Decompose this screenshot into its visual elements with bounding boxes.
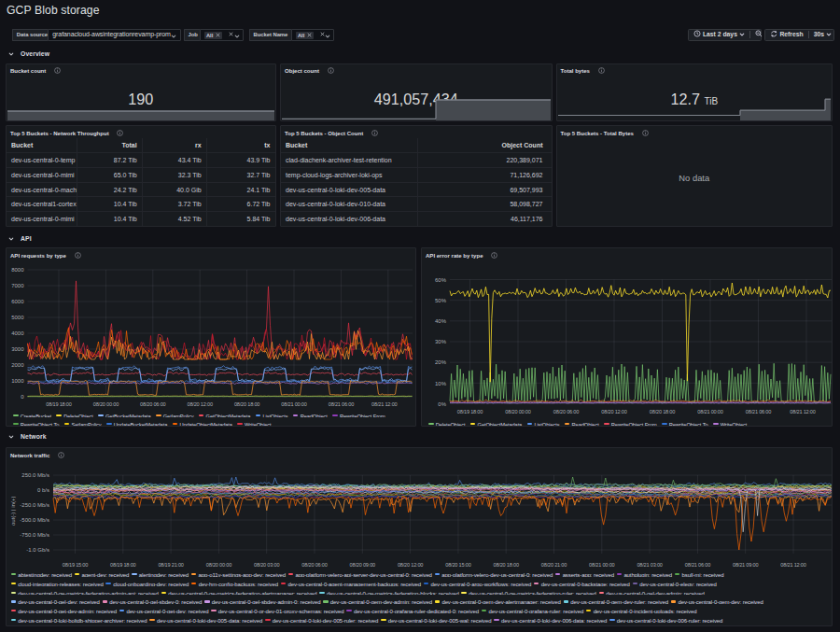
- svg-text:-750.0 Mb/s: -750.0 Mb/s: [20, 532, 49, 538]
- svg-text:8000: 8000: [11, 267, 24, 273]
- svg-text:5000: 5000: [11, 315, 24, 320]
- svg-text:08/20 06:00: 08/20 06:00: [140, 401, 165, 407]
- svg-text:08/19 21:00: 08/19 21:00: [158, 562, 183, 568]
- svg-text:30%: 30%: [435, 339, 447, 344]
- svg-text:4000: 4000: [11, 330, 24, 336]
- svg-text:08/20 12:00: 08/20 12:00: [601, 409, 626, 414]
- svg-text:0: 0: [21, 394, 24, 400]
- svg-text:08/19 18:00: 08/19 18:00: [457, 409, 483, 414]
- svg-text:08/20 06:00: 08/20 06:00: [553, 409, 579, 414]
- svg-text:1000: 1000: [11, 378, 24, 384]
- svg-text:0%: 0%: [438, 401, 446, 407]
- svg-text:7000: 7000: [11, 283, 24, 288]
- svg-text:08/21 06:00: 08/21 06:00: [329, 401, 354, 407]
- svg-text:08/21 06:00: 08/21 06:00: [685, 562, 710, 568]
- svg-text:08/21 03:00: 08/21 03:00: [637, 562, 662, 568]
- svg-text:10%: 10%: [435, 381, 447, 386]
- svg-text:08/21 12:00: 08/21 12:00: [790, 409, 815, 414]
- svg-text:08/21 12:00: 08/21 12:00: [780, 562, 805, 568]
- svg-text:20%: 20%: [435, 359, 447, 365]
- svg-text:08/20 12:00: 08/20 12:00: [398, 562, 423, 568]
- svg-text:60%: 60%: [435, 277, 447, 283]
- svg-text:08/19 18:00: 08/19 18:00: [110, 562, 135, 568]
- svg-text:08/20 00:00: 08/20 00:00: [93, 401, 119, 407]
- svg-text:08/19 15:00: 08/19 15:00: [63, 562, 88, 568]
- svg-text:08/20 15:00: 08/20 15:00: [445, 562, 470, 568]
- svg-text:08/20 00:00: 08/20 00:00: [206, 562, 231, 568]
- svg-text:08/21 00:00: 08/21 00:00: [589, 562, 614, 568]
- svg-text:08/21 00:00: 08/21 00:00: [697, 409, 722, 414]
- svg-text:3000: 3000: [11, 346, 24, 352]
- svg-text:08/20 21:00: 08/20 21:00: [541, 562, 567, 568]
- svg-text:50%: 50%: [435, 298, 447, 303]
- svg-text:40%: 40%: [435, 318, 447, 324]
- svg-text:2000: 2000: [11, 362, 24, 368]
- svg-text:08/20 18:00: 08/20 18:00: [650, 409, 675, 414]
- svg-text:08/20 00:00: 08/20 00:00: [505, 409, 530, 414]
- svg-text:08/20 09:00: 08/20 09:00: [350, 562, 375, 568]
- svg-text:250.0 Mb/s: 250.0 Mb/s: [21, 472, 49, 478]
- svg-text:08/20 06:00: 08/20 06:00: [301, 562, 327, 568]
- svg-text:08/21 09:00: 08/21 09:00: [733, 562, 758, 568]
- svg-text:08/21 06:00: 08/21 06:00: [746, 409, 771, 414]
- svg-text:0 b/s: 0 b/s: [37, 487, 49, 493]
- svg-text:08/20 12:00: 08/20 12:00: [188, 401, 213, 407]
- svg-text:6000: 6000: [11, 299, 24, 304]
- svg-text:08/19 18:00: 08/19 18:00: [46, 401, 71, 407]
- svg-text:08/20 03:00: 08/20 03:00: [254, 562, 279, 568]
- svg-text:08/20 18:00: 08/20 18:00: [494, 562, 519, 568]
- svg-text:-250.0 Mb/s: -250.0 Mb/s: [20, 502, 49, 508]
- svg-text:08/20 18:00: 08/20 18:00: [234, 401, 259, 407]
- svg-text:-500.0 Mb/s: -500.0 Mb/s: [20, 517, 49, 523]
- svg-text:08/21 12:00: 08/21 12:00: [371, 401, 397, 407]
- svg-text:-1.0 Gb/s: -1.0 Gb/s: [26, 547, 49, 553]
- svg-text:08/21 00:00: 08/21 00:00: [281, 401, 306, 407]
